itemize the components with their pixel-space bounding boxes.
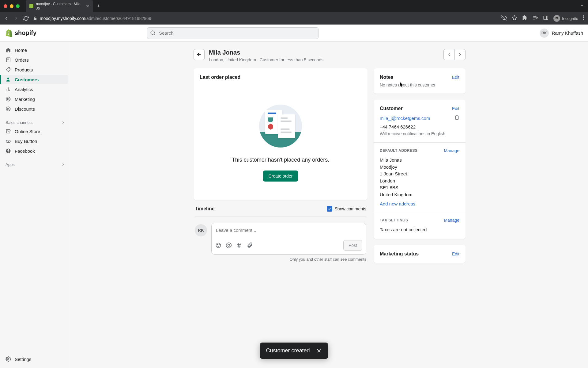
- toast-notification: Customer created: [260, 343, 328, 359]
- discounts-icon: [6, 106, 11, 112]
- sidebar-item-analytics[interactable]: Analytics: [2, 85, 68, 94]
- new-tab-button[interactable]: +: [97, 3, 100, 10]
- sidebar-item-products[interactable]: Products: [2, 65, 68, 74]
- sidebar-item-label: Analytics: [15, 87, 33, 92]
- svg-line-43: [240, 243, 240, 248]
- url-host: moodjoy.myshopify.com: [40, 16, 85, 21]
- sidebar-item-home[interactable]: Home: [2, 45, 68, 55]
- page-title: Mila Jonas: [209, 49, 323, 56]
- search-icon: [150, 30, 156, 37]
- edit-customer-link[interactable]: Edit: [452, 106, 459, 111]
- post-button[interactable]: Post: [343, 240, 362, 251]
- address-city: London: [380, 178, 459, 185]
- customers-icon: [6, 77, 11, 82]
- address-street: 1 Joan Street: [380, 171, 459, 178]
- playlist-icon[interactable]: [533, 15, 538, 22]
- comment-avatar: RK: [195, 224, 207, 236]
- hashtag-icon[interactable]: [236, 242, 242, 248]
- search-input[interactable]: [147, 27, 318, 39]
- sidebar: Home Orders Products Customers Analytics…: [0, 42, 71, 368]
- eye-off-icon[interactable]: [501, 15, 507, 22]
- empty-orders-message: This customer hasn't placed any orders.: [200, 157, 361, 163]
- attachment-icon[interactable]: [247, 242, 253, 248]
- tabs-dropdown-icon[interactable]: [580, 3, 584, 9]
- orders-card-title: Last order placed: [200, 75, 361, 80]
- window-close[interactable]: [4, 4, 7, 8]
- customer-phone: +44 7464 626622: [380, 124, 459, 129]
- close-tab-icon[interactable]: ✕: [86, 4, 89, 9]
- address-company: Moodjoy: [380, 164, 459, 171]
- shopify-bag-icon: [5, 29, 13, 37]
- sidebar-item-facebook[interactable]: Facebook: [2, 146, 68, 155]
- sidebar-item-customers[interactable]: Customers: [0, 75, 68, 84]
- create-order-button[interactable]: Create order: [263, 171, 298, 182]
- page-subtitle: London, United Kingdom · Customer for le…: [209, 57, 323, 62]
- chevron-right-icon: [458, 52, 462, 57]
- panel-icon[interactable]: [543, 15, 548, 22]
- chevron-right-icon: [61, 121, 65, 125]
- tax-section-title: TAX SETTINGS: [380, 218, 408, 222]
- window-max[interactable]: [16, 4, 20, 8]
- customer-email[interactable]: mila_j@rocketgems.com: [380, 116, 430, 121]
- url-path: /admin/customers/6449181982969: [85, 16, 151, 21]
- buy-button-icon: [6, 138, 11, 144]
- window-min[interactable]: [10, 4, 13, 8]
- svg-point-12: [583, 19, 584, 20]
- next-customer-button[interactable]: [454, 49, 466, 60]
- incognito-badge[interactable]: Incognito: [553, 15, 578, 22]
- menu-dots-icon[interactable]: [583, 15, 584, 21]
- sidebar-section-sales[interactable]: Sales channels: [2, 117, 68, 127]
- clipboard-icon[interactable]: [454, 115, 459, 121]
- chevron-right-icon: [61, 163, 65, 167]
- mention-icon[interactable]: [226, 242, 232, 248]
- address-name: Mila Jonas: [380, 157, 459, 164]
- user-menu[interactable]: RK Ramy Khuffash: [540, 29, 583, 38]
- prev-customer-button[interactable]: [443, 49, 454, 60]
- sidebar-item-buy-button[interactable]: Buy Button: [2, 136, 68, 146]
- home-icon: [6, 47, 11, 53]
- svg-rect-45: [455, 116, 458, 120]
- svg-marker-1: [512, 16, 517, 20]
- edit-notes-link[interactable]: Edit: [452, 75, 459, 80]
- sidebar-item-label: Marketing: [15, 97, 35, 102]
- arrow-left-icon: [196, 52, 202, 57]
- reload-icon[interactable]: [23, 16, 29, 21]
- comment-input[interactable]: [212, 223, 366, 239]
- marketing-title: Marketing status: [380, 251, 419, 257]
- add-address-link[interactable]: Add new address: [380, 201, 459, 206]
- user-avatar: RK: [540, 29, 549, 38]
- address-country: United Kingdom: [380, 191, 459, 198]
- svg-rect-0: [34, 18, 36, 20]
- svg-point-28: [7, 108, 8, 109]
- show-comments-toggle[interactable]: Show comments: [327, 206, 366, 212]
- sidebar-item-orders[interactable]: Orders: [2, 55, 68, 64]
- browser-tab[interactable]: moodjoy · Customers · Mila Jo ✕: [26, 0, 93, 13]
- sidebar-item-label: Buy Button: [15, 139, 37, 144]
- sidebar-section-apps[interactable]: Apps: [2, 159, 68, 169]
- star-icon[interactable]: [512, 15, 517, 22]
- edit-marketing-link[interactable]: Edit: [452, 251, 459, 256]
- svg-point-37: [217, 244, 218, 245]
- shopify-logo[interactable]: shopify: [5, 29, 36, 37]
- sidebar-item-discounts[interactable]: Discounts: [2, 104, 68, 113]
- sidebar-item-label: Home: [15, 48, 27, 53]
- sidebar-item-settings[interactable]: Settings: [2, 354, 68, 364]
- back-button[interactable]: [194, 49, 205, 60]
- manage-address-link[interactable]: Manage: [444, 148, 459, 153]
- back-nav-icon[interactable]: [4, 16, 9, 21]
- svg-point-39: [228, 244, 230, 247]
- sidebar-item-label: Orders: [15, 57, 29, 63]
- address-bar[interactable]: moodjoy.myshopify.com/admin/customers/64…: [33, 16, 497, 21]
- products-icon: [6, 67, 11, 72]
- svg-point-9: [557, 18, 558, 19]
- toast-close-icon[interactable]: [316, 348, 322, 354]
- toast-message: Customer created: [266, 347, 310, 354]
- extensions-icon[interactable]: [522, 15, 528, 22]
- sidebar-item-online-store[interactable]: Online Store: [2, 127, 68, 136]
- svg-marker-5: [537, 17, 538, 19]
- forward-nav-icon[interactable]: [13, 16, 19, 21]
- svg-point-25: [8, 99, 9, 99]
- sidebar-item-marketing[interactable]: Marketing: [2, 94, 68, 104]
- manage-tax-link[interactable]: Manage: [444, 218, 459, 223]
- emoji-icon[interactable]: [215, 242, 221, 248]
